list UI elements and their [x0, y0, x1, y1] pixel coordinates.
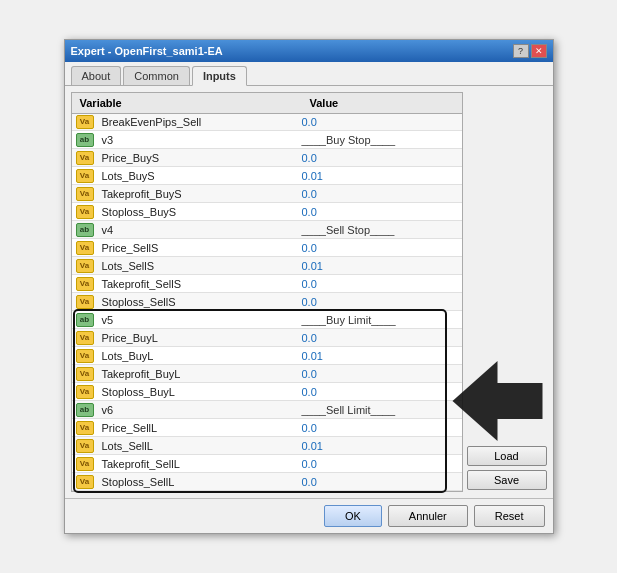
- va-icon: Va: [76, 295, 94, 309]
- row-variable-name: v5: [98, 313, 298, 327]
- content-area: Variable Value VaBreakEvenPips_Sell0.0ab…: [65, 86, 553, 498]
- row-icon: ab: [72, 222, 98, 238]
- row-variable-name: Stoploss_SellS: [98, 295, 298, 309]
- va-icon: Va: [76, 331, 94, 345]
- table-row[interactable]: VaPrice_BuyL0.0: [72, 329, 462, 347]
- row-variable-value[interactable]: 0.01: [298, 439, 462, 453]
- row-variable-name: Price_BuyS: [98, 151, 298, 165]
- row-icon: Va: [72, 366, 98, 382]
- table-row[interactable]: VaLots_BuyL0.01: [72, 347, 462, 365]
- row-variable-name: Takeprofit_BuyL: [98, 367, 298, 381]
- close-button[interactable]: ✕: [531, 44, 547, 58]
- row-variable-value[interactable]: ____Buy Limit____: [298, 313, 462, 327]
- va-icon: Va: [76, 457, 94, 471]
- row-variable-name: Stoploss_SellL: [98, 475, 298, 489]
- row-icon: ab: [72, 312, 98, 328]
- row-variable-value[interactable]: 0.0: [298, 385, 462, 399]
- row-variable-value[interactable]: 0.01: [298, 349, 462, 363]
- row-variable-value[interactable]: 0.0: [298, 331, 462, 345]
- row-variable-value[interactable]: 0.0: [298, 421, 462, 435]
- table-row[interactable]: VaLots_BuyS0.01: [72, 167, 462, 185]
- row-icon: Va: [72, 204, 98, 220]
- table-row[interactable]: VaTakeprofit_SellL0.0: [72, 455, 462, 473]
- row-variable-value[interactable]: 0.0: [298, 475, 462, 489]
- table-row[interactable]: VaLots_SellL0.01: [72, 437, 462, 455]
- row-variable-value[interactable]: 0.0: [298, 115, 462, 129]
- table-row[interactable]: VaStoploss_BuyL0.0: [72, 383, 462, 401]
- row-variable-name: Lots_BuyS: [98, 169, 298, 183]
- row-variable-name: v3: [98, 133, 298, 147]
- table-row[interactable]: VaTakeprofit_SellS0.0: [72, 275, 462, 293]
- tab-about[interactable]: About: [71, 66, 122, 85]
- reset-button[interactable]: Reset: [474, 505, 545, 527]
- va-icon: Va: [76, 151, 94, 165]
- row-icon: ab: [72, 132, 98, 148]
- va-icon: Va: [76, 385, 94, 399]
- help-button[interactable]: ?: [513, 44, 529, 58]
- row-variable-value[interactable]: ____Buy Stop____: [298, 133, 462, 147]
- table-row[interactable]: VaPrice_SellL0.0: [72, 419, 462, 437]
- va-icon: Va: [76, 205, 94, 219]
- title-bar: Expert - OpenFirst_sami1-EA ? ✕: [65, 40, 553, 62]
- row-variable-value[interactable]: 0.0: [298, 151, 462, 165]
- row-variable-name: Lots_SellS: [98, 259, 298, 273]
- va-icon: Va: [76, 277, 94, 291]
- ab-icon: ab: [76, 403, 94, 417]
- va-icon: Va: [76, 475, 94, 489]
- table-row[interactable]: VaStoploss_SellS0.0: [72, 293, 462, 311]
- row-variable-name: Takeprofit_SellL: [98, 457, 298, 471]
- row-variable-value[interactable]: 0.01: [298, 259, 462, 273]
- va-icon: Va: [76, 187, 94, 201]
- row-variable-value[interactable]: 0.0: [298, 277, 462, 291]
- load-button[interactable]: Load: [467, 446, 547, 466]
- table-row[interactable]: VaLots_SellS0.01: [72, 257, 462, 275]
- va-icon: Va: [76, 115, 94, 129]
- ok-button[interactable]: OK: [324, 505, 382, 527]
- row-variable-name: Lots_BuyL: [98, 349, 298, 363]
- table-row[interactable]: abv6____Sell Limit____: [72, 401, 462, 419]
- va-icon: Va: [76, 421, 94, 435]
- row-variable-value[interactable]: ____Sell Limit____: [298, 403, 462, 417]
- row-variable-value[interactable]: 0.01: [298, 169, 462, 183]
- row-variable-name: Stoploss_BuyL: [98, 385, 298, 399]
- col-value-header: Value: [306, 95, 458, 111]
- row-icon: Va: [72, 348, 98, 364]
- row-icon: Va: [72, 276, 98, 292]
- row-icon: Va: [72, 186, 98, 202]
- row-variable-name: Lots_SellL: [98, 439, 298, 453]
- save-button[interactable]: Save: [467, 470, 547, 490]
- table-row[interactable]: abv3____Buy Stop____: [72, 131, 462, 149]
- tab-inputs[interactable]: Inputs: [192, 66, 247, 86]
- row-variable-name: Takeprofit_SellS: [98, 277, 298, 291]
- table-row[interactable]: VaStoploss_SellL0.0: [72, 473, 462, 491]
- cancel-button[interactable]: Annuler: [388, 505, 468, 527]
- row-variable-value[interactable]: 0.0: [298, 205, 462, 219]
- row-icon: Va: [72, 258, 98, 274]
- row-variable-value[interactable]: 0.0: [298, 295, 462, 309]
- row-variable-name: Price_BuyL: [98, 331, 298, 345]
- row-variable-value[interactable]: 0.0: [298, 457, 462, 471]
- table-header: Variable Value: [72, 93, 462, 114]
- ab-icon: ab: [76, 223, 94, 237]
- table-row[interactable]: VaPrice_BuyS0.0: [72, 149, 462, 167]
- row-icon: Va: [72, 150, 98, 166]
- table-row[interactable]: VaTakeprofit_BuyL0.0: [72, 365, 462, 383]
- row-variable-value[interactable]: 0.0: [298, 241, 462, 255]
- row-icon: Va: [72, 168, 98, 184]
- table-row[interactable]: VaPrice_SellS0.0: [72, 239, 462, 257]
- table-body[interactable]: VaBreakEvenPips_Sell0.0abv3____Buy Stop_…: [72, 114, 462, 491]
- row-variable-value[interactable]: 0.0: [298, 187, 462, 201]
- row-icon: Va: [72, 420, 98, 436]
- tab-common[interactable]: Common: [123, 66, 190, 85]
- table-row[interactable]: abv4____Sell Stop____: [72, 221, 462, 239]
- table-row[interactable]: VaStoploss_BuyS0.0: [72, 203, 462, 221]
- table-row[interactable]: VaBreakEvenPips_Sell0.0: [72, 114, 462, 131]
- row-variable-name: Stoploss_BuyS: [98, 205, 298, 219]
- window-title: Expert - OpenFirst_sami1-EA: [71, 45, 223, 57]
- row-variable-value[interactable]: ____Sell Stop____: [298, 223, 462, 237]
- main-window: Expert - OpenFirst_sami1-EA ? ✕ About Co…: [64, 39, 554, 534]
- row-variable-value[interactable]: 0.0: [298, 367, 462, 381]
- table-row[interactable]: VaTakeprofit_BuyS0.0: [72, 185, 462, 203]
- table-row[interactable]: abv5____Buy Limit____: [72, 311, 462, 329]
- va-icon: Va: [76, 439, 94, 453]
